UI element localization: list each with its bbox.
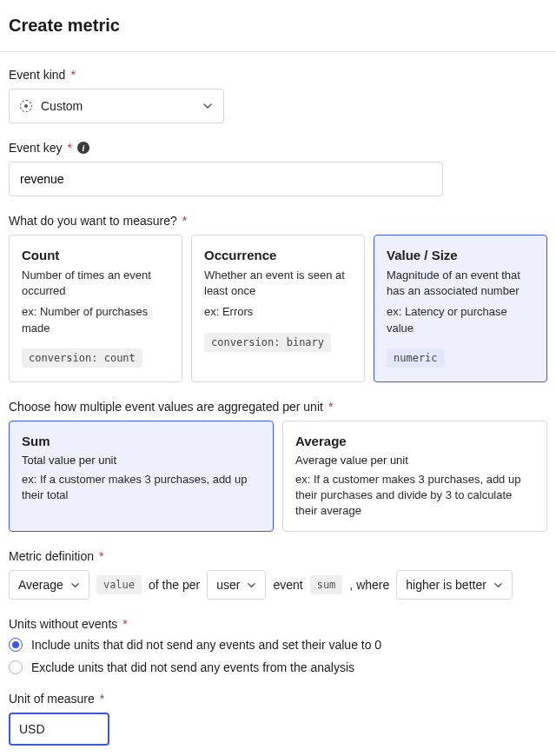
- card-example: ex: Latency or purchase value: [387, 304, 534, 335]
- required-marker: *: [182, 214, 187, 228]
- measure-option-count[interactable]: Count Number of times an event occurred …: [9, 235, 182, 382]
- page-title: Create metric: [9, 9, 547, 51]
- definition-sum-chip: sum: [310, 575, 343, 594]
- definition-criterion-value: higher is better: [406, 578, 486, 592]
- units-without-include[interactable]: Include units that did not send any even…: [9, 638, 547, 652]
- chevron-down-icon: [202, 101, 213, 111]
- required-marker: *: [67, 141, 71, 155]
- card-desc: Average value per unit: [295, 454, 534, 467]
- card-title: Value / Size: [387, 248, 534, 262]
- definition-unit-value: user: [216, 578, 240, 592]
- divider: [0, 51, 556, 52]
- required-marker: *: [70, 68, 75, 82]
- event-kind-select[interactable]: Custom: [9, 89, 224, 123]
- card-example: ex: If a customer makes 3 purchases, add…: [22, 472, 261, 503]
- radio-icon: [9, 638, 23, 652]
- card-title: Average: [295, 434, 534, 448]
- card-chip: numeric: [387, 348, 445, 368]
- info-icon[interactable]: i: [77, 142, 89, 154]
- event-kind-label: Event kind*: [9, 68, 547, 82]
- measure-option-occurrence[interactable]: Occurrence Whether an event is seen at l…: [191, 235, 365, 382]
- measure-option-value-size[interactable]: Value / Size Magnitude of an event that …: [374, 235, 547, 382]
- required-marker: *: [100, 692, 104, 706]
- metric-definition-label: Metric definition*: [9, 549, 547, 563]
- measure-label: What do you want to measure?*: [9, 214, 547, 228]
- aggregation-option-average[interactable]: Average Average value per unit ex: If a …: [282, 421, 547, 533]
- card-example: ex: If a customer makes 3 purchases, add…: [295, 472, 534, 520]
- definition-value-chip: value: [96, 575, 142, 594]
- event-key-label: Event key* i: [9, 141, 547, 155]
- unit-of-measure-label: Unit of measure*: [9, 692, 547, 706]
- required-marker: *: [99, 549, 103, 563]
- card-title: Count: [22, 248, 169, 262]
- radio-label: Include units that did not send any even…: [31, 638, 381, 652]
- card-desc: Whether an event is seen at least once: [204, 268, 352, 299]
- event-kind-value: Custom: [41, 99, 83, 113]
- custom-icon: [20, 100, 32, 112]
- card-title: Occurrence: [204, 248, 352, 262]
- card-chip: conversion: count: [22, 348, 142, 368]
- radio-icon: [9, 660, 23, 674]
- event-key-input[interactable]: [9, 162, 443, 196]
- definition-text: , where: [349, 578, 389, 592]
- card-desc: Total value per unit: [22, 454, 261, 467]
- units-without-exclude[interactable]: Exclude units that did not send any even…: [9, 660, 547, 674]
- definition-text: of the per: [149, 578, 200, 592]
- unit-of-measure-value: USD: [19, 722, 45, 736]
- aggregation-label: Choose how multiple event values are agg…: [9, 400, 547, 414]
- card-example: ex: Errors: [204, 304, 352, 320]
- card-title: Sum: [22, 434, 261, 448]
- card-desc: Magnitude of an event that has an associ…: [387, 268, 534, 299]
- chevron-down-icon: [247, 580, 256, 590]
- definition-agg-select[interactable]: Average: [9, 570, 89, 600]
- required-marker: *: [122, 617, 127, 631]
- card-chip: conversion: binary: [204, 333, 331, 352]
- unit-of-measure-input[interactable]: USD: [9, 713, 109, 746]
- definition-agg-value: Average: [18, 578, 63, 592]
- chevron-down-icon: [70, 580, 80, 590]
- definition-text: event: [273, 578, 302, 592]
- aggregation-option-sum[interactable]: Sum Total value per unit ex: If a custom…: [9, 421, 274, 533]
- required-marker: *: [328, 400, 333, 414]
- radio-label: Exclude units that did not send any even…: [31, 660, 354, 674]
- card-example: ex: Number of purchases made: [22, 304, 169, 335]
- chevron-down-icon: [493, 580, 503, 590]
- definition-unit-select[interactable]: user: [207, 570, 266, 600]
- definition-criterion-select[interactable]: higher is better: [396, 570, 513, 600]
- units-without-label: Units without events*: [9, 617, 547, 631]
- card-desc: Number of times an event occurred: [22, 268, 169, 299]
